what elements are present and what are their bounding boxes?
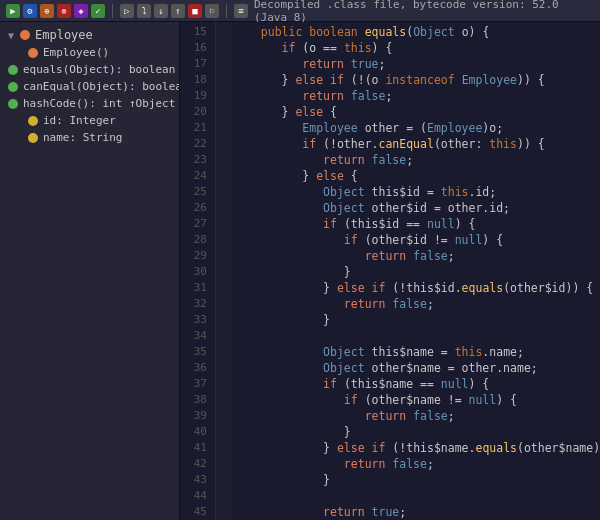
line-number: 15: [180, 24, 211, 40]
code-line: return false;: [240, 88, 592, 104]
line-number: 39: [180, 408, 211, 424]
gutter-row: [216, 294, 232, 310]
line-number: 32: [180, 296, 211, 312]
toolbar-icon-10[interactable]: ↑: [171, 4, 185, 18]
tree-root[interactable]: ▼ Employee: [0, 26, 179, 44]
code-line: }: [240, 424, 592, 440]
code-line: return false;: [240, 408, 592, 424]
line-number: 21: [180, 120, 211, 136]
toolbar-icon-7[interactable]: ▷: [120, 4, 134, 18]
tree-item-dot-0: [28, 48, 38, 58]
gutter-row: [216, 470, 232, 486]
toolbar-icon-9[interactable]: ↓: [154, 4, 168, 18]
code-line: if (o == this) {: [240, 40, 592, 56]
toolbar-icon-2[interactable]: ⚙: [23, 4, 37, 18]
tree-item-label-4: id: Integer: [43, 114, 116, 127]
code-line: return false;: [240, 456, 592, 472]
code-line: Object this$id = this.id;: [240, 184, 592, 200]
gutter-row: [216, 166, 232, 182]
code-line: Object other$id = other.id;: [240, 200, 592, 216]
toolbar-title: Decompiled .class file, bytecode version…: [254, 0, 594, 24]
gutter-row: [216, 358, 232, 374]
line-number: 30: [180, 264, 211, 280]
code-line: }: [240, 312, 592, 328]
gutter-row: [216, 102, 232, 118]
gutter-row: [216, 326, 232, 342]
line-number: 36: [180, 360, 211, 376]
code-line: } else if (!this$name.equals(other$name)…: [240, 440, 592, 456]
toolbar-icon-3[interactable]: ⊕: [40, 4, 54, 18]
gutter-row: [216, 54, 232, 70]
gutter-row: [216, 310, 232, 326]
tree-item-5[interactable]: name: String: [0, 129, 179, 146]
tree-items-container: Employee()equals(Object): boolean ↑Objec…: [0, 44, 179, 146]
tree-item-dot-5: [28, 133, 38, 143]
code-line: }: [240, 472, 592, 488]
tree-item-3[interactable]: hashCode(): int ↑Object: [0, 95, 179, 112]
gutter-row: [216, 246, 232, 262]
toolbar-icon-11[interactable]: ■: [188, 4, 202, 18]
line-number: 45: [180, 504, 211, 520]
line-number: 16: [180, 40, 211, 56]
line-number: 40: [180, 424, 211, 440]
gutter-row: [216, 486, 232, 502]
class-label: Employee: [35, 28, 93, 42]
code-line: } else {: [240, 168, 592, 184]
code-content[interactable]: public boolean equals(Object o) { if (o …: [232, 22, 600, 520]
gutter-row: [216, 406, 232, 422]
toolbar-icon-5[interactable]: ◈: [74, 4, 88, 18]
tree-item-4[interactable]: id: Integer: [0, 112, 179, 129]
gutter-row: [216, 70, 232, 86]
code-line: [240, 328, 592, 344]
line-number: 34: [180, 328, 211, 344]
line-number: 38: [180, 392, 211, 408]
line-number: 41: [180, 440, 211, 456]
line-number: 33: [180, 312, 211, 328]
code-line: Object other$name = other.name;: [240, 360, 592, 376]
tree-item-label-0: Employee(): [43, 46, 109, 59]
gutter-row: [216, 262, 232, 278]
line-number: 28: [180, 232, 211, 248]
tree-item-1[interactable]: equals(Object): boolean ↑Object: [0, 61, 179, 78]
code-line: if (this$name == null) {: [240, 376, 592, 392]
line-number: 31: [180, 280, 211, 296]
line-number: 22: [180, 136, 211, 152]
line-number: 27: [180, 216, 211, 232]
tree-item-label-2: canEqual(Object): boolean: [23, 80, 180, 93]
toolbar-icon-13[interactable]: ≡: [234, 4, 248, 18]
toolbar-icon-4[interactable]: ⊗: [57, 4, 71, 18]
toolbar-separator-2: [226, 4, 227, 18]
code-line: return true;: [240, 56, 592, 72]
toolbar-icon-6[interactable]: ✓: [91, 4, 105, 18]
toolbar-icon-1[interactable]: ▶: [6, 4, 20, 18]
toolbar-icon-12[interactable]: ⚐: [205, 4, 219, 18]
gutter-row: [216, 38, 232, 54]
tree-item-dot-3: [8, 99, 18, 109]
code-line: return false;: [240, 296, 592, 312]
code-line: if (this$id == null) {: [240, 216, 592, 232]
left-panel: ▼ Employee Employee()equals(Object): boo…: [0, 22, 180, 520]
gutter-row: [216, 502, 232, 518]
code-line: } else if (!this$id.equals(other$id)) {: [240, 280, 592, 296]
line-number: 25: [180, 184, 211, 200]
tree-item-dot-1: [8, 65, 18, 75]
code-panel: 1516171819202122232425262728293031323334…: [180, 22, 600, 520]
code-line: return false;: [240, 248, 592, 264]
gutter-row: [216, 374, 232, 390]
tree-item-2[interactable]: canEqual(Object): boolean: [0, 78, 179, 95]
gutter-row: [216, 86, 232, 102]
gutter-row: [216, 390, 232, 406]
tree-item-dot-4: [28, 116, 38, 126]
toolbar-icon-8[interactable]: ⤵: [137, 4, 151, 18]
code-line: Employee other = (Employee)o;: [240, 120, 592, 136]
gutter-row: [216, 134, 232, 150]
code-line: return false;: [240, 152, 592, 168]
gutter-row: [216, 342, 232, 358]
gutter: [216, 22, 232, 520]
line-number: 37: [180, 376, 211, 392]
gutter-row: [216, 230, 232, 246]
tree-item-0[interactable]: Employee(): [0, 44, 179, 61]
main-area: ▼ Employee Employee()equals(Object): boo…: [0, 22, 600, 520]
code-line: Object this$name = this.name;: [240, 344, 592, 360]
gutter-row: [216, 182, 232, 198]
